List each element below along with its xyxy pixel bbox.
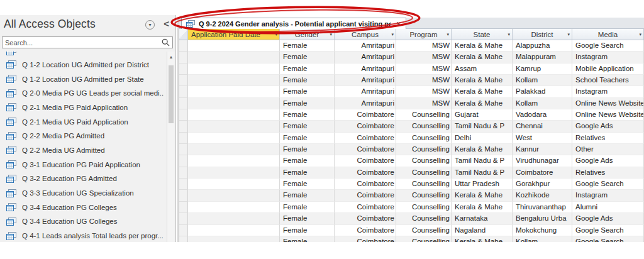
cell-program[interactable]: Counselling [396,225,452,236]
cell-program[interactable]: Counselling [396,133,452,144]
cell-campus[interactable]: Coimbatore [335,144,396,155]
record-selector[interactable] [179,179,188,190]
cell-district[interactable]: Palakkad [513,86,572,97]
cell-application-paid-date[interactable] [188,225,280,236]
cell-gender[interactable]: Female [280,225,335,236]
cell-district[interactable]: Kollam [513,98,572,109]
cell-gender[interactable]: Female [280,179,335,190]
cell-media[interactable]: Google Search [572,225,644,236]
record-selector[interactable] [179,40,188,52]
cell-media[interactable]: Relatives [572,133,644,144]
column-header-application-paid-date[interactable]: Application Paid Date▾ [188,29,280,40]
cell-media[interactable]: Instagram [572,190,644,201]
record-selector[interactable] [179,155,188,167]
record-selector[interactable] [179,144,188,155]
cell-program[interactable]: Counselling [396,202,452,213]
cell-state[interactable]: Kerala & Mahe [452,190,513,201]
cell-gender[interactable]: Female [280,144,335,155]
cell-district[interactable]: West [513,133,572,144]
column-header-program[interactable]: Program▾ [396,29,452,40]
cell-media[interactable]: Alumni [572,202,644,213]
cell-media[interactable]: School Teachers [572,75,644,86]
cell-program[interactable]: MSW [396,63,452,75]
cell-campus[interactable]: Coimbatore [335,121,396,132]
cell-gender[interactable]: Female [280,236,335,242]
cell-gender[interactable]: Female [280,202,335,213]
cell-media[interactable]: Google Search [572,40,644,52]
nav-item-query-4[interactable]: Q 2-1 Media UG Paid Application [0,114,175,129]
cell-district[interactable]: Chennai [513,121,572,132]
column-header-campus[interactable]: Campus▾ [335,29,396,40]
nav-item-query-2[interactable]: Q 2-0 Media PG UG Leads per social medi.… [0,86,175,101]
filter-dropdown-icon[interactable]: ▾ [391,32,394,37]
cell-district[interactable]: Bengaluru Urba [513,213,572,224]
cell-district[interactable]: Kollam [513,75,572,86]
cell-district[interactable]: Thiruvananthap [513,202,572,213]
document-tab[interactable]: Q 9-2 2024 Gender analysis - Potential a… [181,18,406,29]
cell-campus[interactable]: Amritapuri [335,52,396,63]
cell-application-paid-date[interactable] [188,190,280,201]
cell-media[interactable]: Google Search [572,179,644,190]
cell-application-paid-date[interactable] [188,179,280,190]
nav-item-query-12[interactable]: Q 4-1 Leads analysis Total leads per pro… [0,229,175,242]
cell-application-paid-date[interactable] [188,202,280,213]
cell-program[interactable]: Counselling [396,213,452,224]
cell-gender[interactable]: Female [280,63,335,75]
cell-gender[interactable]: Female [280,98,335,109]
cell-media[interactable]: Online News Website [572,109,644,121]
cell-state[interactable]: Tamil Nadu & P [452,121,513,132]
cell-campus[interactable]: Coimbatore [335,179,396,190]
cell-gender[interactable]: Female [280,86,335,97]
record-selector[interactable] [179,236,188,242]
cell-program[interactable]: Counselling [396,236,452,242]
nav-item-query-6[interactable]: Q 2-2 Media UG Admitted [0,143,175,158]
cell-campus[interactable]: Amritapuri [335,40,396,52]
cell-program[interactable]: MSW [396,86,452,97]
cell-program[interactable]: Counselling [396,179,452,190]
cell-gender[interactable]: Female [280,75,335,86]
cell-program[interactable]: MSW [396,75,452,86]
record-selector[interactable] [179,98,188,109]
cell-district[interactable]: Malappuram [513,52,572,63]
nav-item-query-0[interactable]: Q 1-2 Location UG Admitted per District [0,58,175,72]
cell-campus[interactable]: Coimbatore [335,236,396,242]
record-selector[interactable] [179,225,188,236]
cell-district[interactable]: Kamrup [513,63,572,75]
cell-campus[interactable]: Amritapuri [335,98,396,109]
scroll-up-icon[interactable]: ▲ [167,52,175,59]
record-selector[interactable] [179,52,188,63]
cell-gender[interactable]: Female [280,133,335,144]
cell-state[interactable]: Kerala & Mahe [452,202,513,213]
cell-state[interactable]: Assam [452,63,513,75]
cell-campus[interactable]: Coimbatore [335,213,396,224]
cell-media[interactable]: Google Ads [572,121,644,132]
cell-district[interactable]: Alappuzha [513,40,572,52]
nav-pane-menu-icon[interactable]: ▾ [145,20,155,30]
record-selector[interactable] [179,121,188,132]
cell-state[interactable]: Kerala & Mahe [452,75,513,86]
record-selector[interactable] [179,75,188,86]
column-header-district[interactable]: District▾ [513,29,572,40]
cell-media[interactable]: Instagram [572,52,644,63]
cell-media[interactable]: Other [572,144,644,155]
record-selector[interactable] [179,133,188,144]
column-header-state[interactable]: State▾ [452,29,513,40]
cell-application-paid-date[interactable] [188,144,280,155]
search-icon[interactable] [162,38,170,47]
cell-application-paid-date[interactable] [188,40,280,52]
filter-dropdown-icon[interactable]: ▾ [567,32,570,37]
cell-campus[interactable]: Amritapuri [335,75,396,86]
cell-state[interactable]: Kerala & Mahe [452,40,513,52]
cell-district[interactable]: Mokokchung [513,225,572,236]
cell-campus[interactable]: Coimbatore [335,133,396,144]
cell-program[interactable]: MSW [396,40,452,52]
select-all-corner[interactable] [179,29,188,40]
cell-media[interactable]: Instagram [572,86,644,97]
record-selector[interactable] [179,167,188,179]
column-header-gender[interactable]: Gender▾ [280,29,335,40]
cell-application-paid-date[interactable] [188,86,280,97]
cell-state[interactable]: Uttar Pradesh [452,179,513,190]
cell-program[interactable]: MSW [396,52,452,63]
nav-item-query-11[interactable]: Q 3-4 Education UG Colleges [0,214,175,229]
cell-application-paid-date[interactable] [188,155,280,167]
